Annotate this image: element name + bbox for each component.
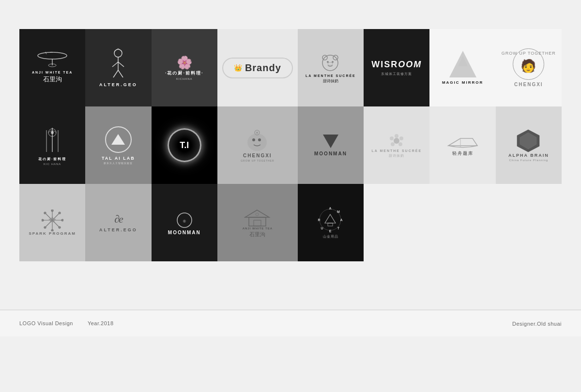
svg-text:A: A [340,218,343,222]
tal-name: TAL AI LAB [102,156,135,161]
anji-name: ANJI WHITE TEA [32,71,73,74]
footer-designer: Designer.Old shuai [512,321,562,327]
anji-3-cn: 石里沟 [249,231,265,238]
moonman-circle-icon: ® [175,211,194,230]
wisroom-sub: 东城体工装修方案 [381,72,412,76]
svg-point-20 [256,132,258,134]
svg-marker-46 [245,210,269,217]
svg-point-18 [258,138,261,141]
hana-dark2-sub: KIC HANA [44,163,61,166]
logo-cell-chengxi-blob: CHENGXI GROW UP TOGETHER [217,106,298,184]
alter-ego-name: ALTER.EGO [99,227,138,232]
moonman-drop-icon [323,135,338,148]
anji-cn: 石里沟 [43,75,62,84]
la-menthe-2-cn: 甜诗抹奶 [389,153,404,158]
svg-text:T: T [337,226,340,230]
alpha-brain-sub: China Future Planning [509,159,548,162]
tal-circle-icon [105,126,132,153]
alpha-brain-poly-icon [515,129,542,153]
svg-point-40 [59,212,61,214]
logo-cell-hana-dark2: 花の厨·前料理 KIC HANA [19,106,85,184]
svg-point-41 [44,226,46,228]
chengxi-figure-icon: 🧑 [520,59,536,74]
moonman-dark-name: MOONMAN [168,230,201,235]
amateur-emblem-icon: A M A T E U R [317,207,344,233]
hana-sub: KICHANA [176,77,193,80]
logo-cell-magic-mirror: MAGIC MIRROR [429,29,495,106]
chengxi-blob-name: CHENGXI [243,153,272,158]
logo-cell-alpha-brain: ALPHA BRAIN China Future Planning [496,106,562,184]
logo-cell-moonman-1: MOONMAN [298,106,364,184]
svg-rect-47 [254,220,261,226]
chengxi-badge-name: CHENGXI [514,82,543,87]
top-spacer [0,0,581,29]
la-menthe-flower-icon [387,132,406,149]
logo-cell-la-menthe-2: LA MENTHE SUCRÉE 甜诗抹奶 [364,106,429,184]
footer: LOGO Visual Design Year.2018 Designer.Ol… [0,310,581,336]
spark-star-icon [42,210,63,231]
logo-cell-wisroom: WISROOM 东城体工装修方案 [364,29,429,106]
alter-geo-figure-icon [107,48,129,82]
alter-ego-script-icon: ∂e [114,213,122,226]
svg-point-36 [42,219,44,221]
svg-point-0 [38,52,67,59]
moonman-1-name: MOONMAN [314,151,347,156]
magic-mirror-name: MAGIC MIRROR [442,80,483,85]
logo-cell-qingzhou: 轻舟题库 [429,106,495,184]
logo-cell-tal-ai-lab: TAL AI LAB 新东方人工智能实验室 [85,106,151,184]
svg-point-26 [390,136,394,140]
tal-sub: 新东方人工智能实验室 [104,162,133,165]
svg-point-22 [395,134,398,138]
svg-text:R: R [318,218,321,222]
anji-tea-hat-icon [37,52,68,69]
magic-mirror-triangle-icon [449,51,476,77]
hana-flower-icon: 🌸 [177,55,192,70]
logo-cell-moonman-dark: ® MOONMAN [152,184,217,261]
svg-text:A: A [329,207,332,210]
logo-cell-alter-ego: ∂e ALTER.EGO [85,184,151,261]
brandy-pill: 👑 Brandy [222,58,293,78]
qingzhou-boat-icon [446,134,480,151]
svg-text:U: U [321,226,323,230]
spark-name: SPARK PROGRAM [29,231,76,236]
tal-triangle-icon [111,134,125,145]
svg-point-24 [398,142,402,146]
svg-rect-45 [249,217,266,226]
page-wrapper: ANJI WHITE TEA 石里沟 ALTER.GEO 🌸 ·花の厨·前料理·… [0,0,581,336]
svg-point-10 [328,62,333,65]
logo-cell-hana-kitchen: 🌸 ·花の厨·前料理· KICHANA [152,29,217,106]
brandy-crown-icon: 👑 [234,64,242,72]
wisroom-name: WISROOM [371,60,422,70]
anji-tea3-icon [244,208,271,227]
svg-point-34 [51,210,53,211]
hana-dark-lines-icon [39,125,66,157]
la-menthe-bear-icon [317,52,344,74]
logo-cell-anji-white-tea: ANJI WHITE TEA 石里沟 [19,29,85,106]
svg-marker-57 [325,214,336,223]
svg-text:®: ® [183,219,186,224]
logo-cell-spark: SPARK PROGRAM [19,184,85,261]
footer-logo-visual: LOGO Visual Design [19,320,73,326]
svg-rect-58 [328,223,333,226]
footer-right: Designer.Old shuai [512,319,562,328]
la-menthe-2-name: LA MENTHE SUCRÉE [371,149,422,152]
ti-circle-icon: T.I [168,128,201,162]
svg-point-5 [322,55,338,71]
logo-cell-alter-geo: ALTER.GEO [85,29,151,106]
ti-text: T.I [180,140,189,151]
logo-cell-chengxi-badge: GROW UP TOGETHER 🧑 CHENGXI [496,29,562,106]
alpha-brain-name: ALPHA BRAIN [508,153,549,158]
chengxi-blob-sub: GROW UP TOGETHER [241,159,274,162]
brandy-text: Brandy [245,62,281,74]
hana-name: ·花の厨·前料理· [165,70,204,76]
chengxi-badge-circle: GROW UP TOGETHER 🧑 [513,48,544,80]
la-menthe-cn: 甜诗抹奶 [323,78,338,84]
svg-point-23 [399,136,403,140]
svg-point-17 [252,138,255,141]
amateur-sub: 山金用品 [323,234,338,239]
qingzhou-name: 轻舟题库 [452,151,474,157]
svg-point-48 [256,213,259,216]
svg-point-16 [247,134,267,151]
logo-cell-anji-3: ANJI WHITE TEA 石里沟 [217,184,298,261]
svg-point-38 [44,212,46,214]
